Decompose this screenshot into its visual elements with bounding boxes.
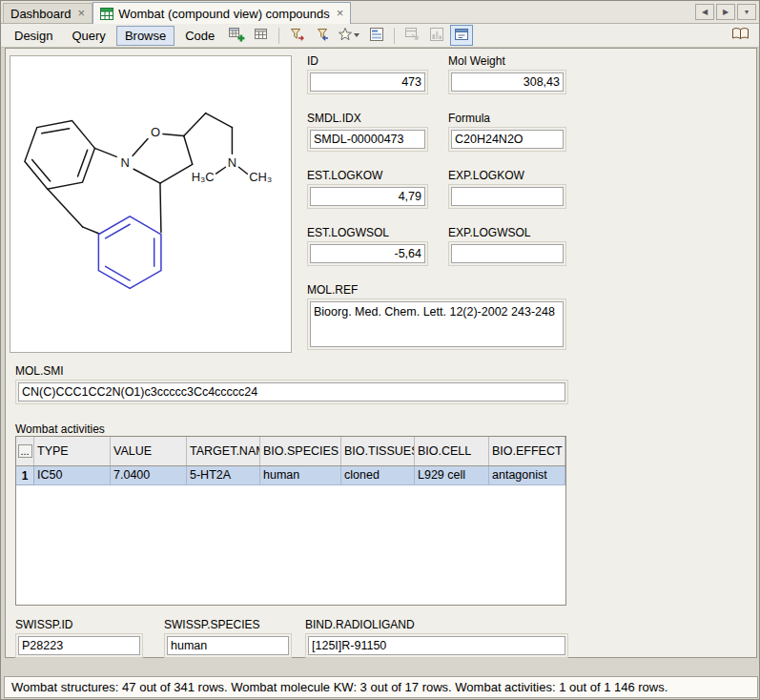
field-swissp-species: SWISSP.SPECIES <box>164 618 292 658</box>
molecule-viewer[interactable]: N O N H₃C CH₃ <box>10 55 292 353</box>
atom-label-n: N <box>121 155 130 170</box>
swissp-species-input[interactable] <box>167 636 289 655</box>
widgets-button[interactable] <box>450 25 473 46</box>
mol-ref-input[interactable]: Bioorg. Med. Chem. Lett. 12(2)-2002 243-… <box>310 301 564 347</box>
report-button[interactable] <box>425 25 448 46</box>
tab-list-button[interactable]: ▾ <box>737 4 756 20</box>
table-add-icon <box>228 26 245 45</box>
field-exp-logwsol: EXP.LOGWSOL <box>448 226 566 266</box>
close-tab-icon[interactable]: × <box>337 9 344 18</box>
column-header-type[interactable]: TYPE <box>34 437 111 465</box>
scroll-tabs-right-button[interactable]: ▶ <box>716 4 735 20</box>
design-button[interactable]: Design <box>6 26 61 46</box>
filter-back-icon <box>314 27 330 45</box>
exp-logwsol-input[interactable] <box>451 244 564 263</box>
cell-bio-tissuesource[interactable]: cloned <box>341 466 415 485</box>
toolbar-separator <box>394 28 395 44</box>
compound-form: N O N H₃C CH₃ ID SMDL.IDX EST.LOGKOW EST… <box>5 48 757 658</box>
field-smdl-idx: SMDL.IDX <box>307 112 428 152</box>
caret-down-icon: ▾ <box>745 8 749 16</box>
new-grid-view-button[interactable] <box>225 25 248 46</box>
arrow-left-icon: ◀ <box>702 8 708 16</box>
activities-table: ... TYPE VALUE TARGET.NAME BIO.SPECIES B… <box>15 436 566 606</box>
row-number: 1 <box>16 466 34 485</box>
activities-table-header: ... TYPE VALUE TARGET.NAME BIO.SPECIES B… <box>16 437 565 466</box>
form-view-button[interactable] <box>365 25 388 46</box>
column-header-target-name[interactable]: TARGET.NAME <box>187 437 260 465</box>
grid-view-button[interactable] <box>250 25 273 46</box>
field-mol-ref: MOL.REF Bioorg. Med. Chem. Lett. 12(2)-2… <box>307 283 566 350</box>
atom-label-methyl-right: CH₃ <box>249 170 272 184</box>
column-header-bio-tissuesource[interactable]: BIO.TISSUESOU <box>341 437 415 465</box>
field-mol-weight-label: Mol Weight <box>448 54 566 68</box>
table-corner: ... <box>16 437 34 465</box>
tab-wombat-compound-view[interactable]: Wombat (compound view) compounds × <box>92 2 351 24</box>
cell-value[interactable]: 7.0400 <box>111 466 187 485</box>
table-export-icon <box>404 27 421 45</box>
cell-type[interactable]: IC50 <box>34 466 111 485</box>
column-header-value[interactable]: VALUE <box>111 437 187 465</box>
tab-wombat-label: Wombat (compound view) compounds <box>118 7 330 21</box>
smdl-idx-input[interactable] <box>310 130 425 149</box>
cell-bio-cell[interactable]: L929 cell <box>415 466 489 485</box>
atom-label-methyl-left: H₃C <box>192 170 215 184</box>
field-mol-smi-label: MOL.SMI <box>15 364 568 378</box>
book-icon <box>731 27 750 44</box>
cell-target-name[interactable]: 5-HT2A <box>187 466 260 485</box>
field-est-logkow: EST.LOGKOW <box>307 169 428 209</box>
formula-input[interactable] <box>451 130 564 149</box>
tabbar-controls: ◀ ▶ ▾ <box>695 4 756 20</box>
export-button[interactable] <box>401 25 423 46</box>
status-bar: Wombat structures: 47 out of 341 rows. W… <box>4 676 758 698</box>
field-id: ID <box>307 54 428 94</box>
field-exp-logkow: EXP.LOGKOW <box>448 169 566 209</box>
field-bind-radioligand-label: BIND.RADIOLIGAND <box>305 618 568 631</box>
query-filter-button[interactable] <box>285 25 308 46</box>
id-input[interactable] <box>310 72 425 92</box>
table-icon <box>254 27 269 44</box>
favorites-button[interactable] <box>335 25 363 46</box>
tab-dashboard[interactable]: Dashboard × <box>3 3 92 23</box>
swissp-id-input[interactable] <box>18 636 140 655</box>
field-exp-logkow-label: EXP.LOGKOW <box>448 169 566 182</box>
activities-table-row[interactable]: 1 IC50 7.0400 5-HT2A human cloned L929 c… <box>16 466 565 485</box>
arrow-right-icon: ▶ <box>723 8 729 16</box>
bookmarks-button[interactable] <box>726 25 754 46</box>
est-logkow-input[interactable] <box>310 187 425 206</box>
filter-forward-icon <box>289 27 305 45</box>
field-mol-weight: Mol Weight <box>448 54 566 94</box>
query-button[interactable]: Query <box>63 26 113 46</box>
cell-bio-species[interactable]: human <box>260 466 341 485</box>
field-id-label: ID <box>307 54 428 68</box>
table-view-icon <box>100 8 113 20</box>
exp-logkow-input[interactable] <box>451 187 564 206</box>
atom-label-o: O <box>151 125 160 139</box>
clear-filter-button[interactable] <box>310 25 333 46</box>
field-swissp-id: SWISSP.ID <box>15 618 143 658</box>
mol-smi-input[interactable] <box>18 382 565 401</box>
code-button[interactable]: Code <box>176 26 223 46</box>
column-header-bio-species[interactable]: BIO.SPECIES <box>260 437 341 465</box>
field-bind-radioligand: BIND.RADIOLIGAND <box>305 618 568 658</box>
table-options-button[interactable]: ... <box>18 444 32 458</box>
field-exp-logwsol-label: EXP.LOGWSOL <box>448 226 566 239</box>
field-est-logwsol-label: EST.LOGWSOL <box>307 226 428 239</box>
molecule-structure: N O N H₃C CH₃ <box>10 56 291 352</box>
bind-radioligand-input[interactable] <box>308 636 565 655</box>
est-logwsol-input[interactable] <box>310 244 425 263</box>
form-icon <box>369 27 384 45</box>
mol-weight-input[interactable] <box>451 72 564 92</box>
field-formula-label: Formula <box>448 112 566 125</box>
browse-button[interactable]: Browse <box>116 26 175 46</box>
close-tab-icon[interactable]: × <box>78 9 86 18</box>
cell-bio-effect[interactable]: antagonist <box>489 466 565 485</box>
atom-label-n2: N <box>228 155 236 170</box>
scroll-tabs-left-button[interactable]: ◀ <box>695 4 714 20</box>
field-swissp-id-label: SWISSP.ID <box>15 618 143 631</box>
document-tabbar: Dashboard × Wombat (compound view) compo… <box>1 1 759 24</box>
toolbar-separator <box>278 28 279 44</box>
column-header-bio-effect[interactable]: BIO.EFFECT <box>489 437 565 465</box>
column-header-bio-cell[interactable]: BIO.CELL <box>415 437 489 465</box>
status-text: Wombat structures: 47 out of 341 rows. W… <box>11 680 668 694</box>
field-smdl-idx-label: SMDL.IDX <box>307 112 428 125</box>
